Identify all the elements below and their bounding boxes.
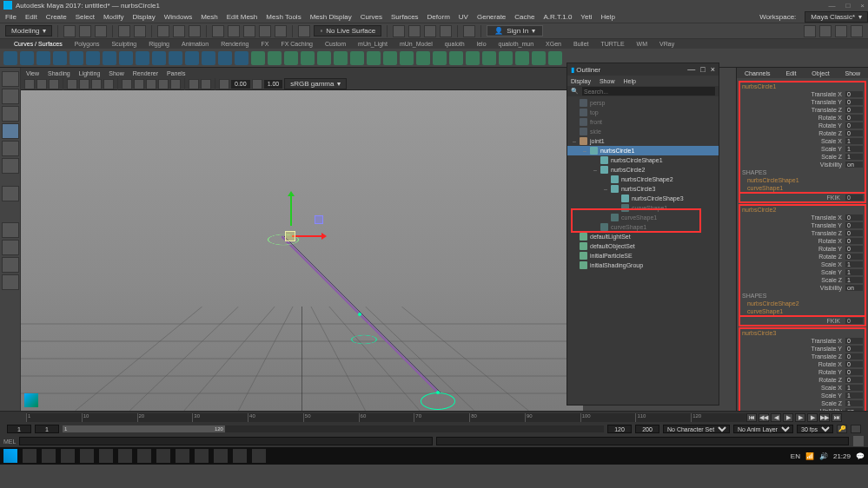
vp-menu-item[interactable]: Renderer	[133, 70, 158, 76]
channel-row[interactable]: Visibilityon	[740, 284, 865, 292]
save-scene-icon[interactable]	[95, 25, 107, 37]
shelf-tab[interactable]: WM	[637, 41, 647, 47]
shelf-button-icon[interactable]	[185, 51, 199, 65]
toggle-attr-icon[interactable]	[804, 25, 816, 37]
outliner-menu-item[interactable]: Help	[623, 78, 635, 84]
channel-row[interactable]: Visibilityon	[740, 407, 865, 411]
shelf-button-icon[interactable]	[499, 51, 513, 65]
paint-select-icon[interactable]	[189, 25, 201, 37]
cb-tab[interactable]: Channels	[745, 70, 771, 76]
vp-isolate-icon[interactable]	[189, 79, 199, 89]
tray-lang[interactable]: EN	[791, 452, 800, 460]
channel-row[interactable]: Rotate X0	[740, 360, 865, 368]
construction-history-icon[interactable]	[393, 25, 405, 37]
character-set-dropdown[interactable]: No Character Set	[663, 425, 730, 433]
rotate-tool-icon[interactable]	[2, 141, 19, 156]
scale-tool-icon[interactable]	[2, 158, 19, 174]
outliner-item[interactable]: persp	[567, 98, 719, 108]
shape-name[interactable]: nurbsCircleShape2	[740, 300, 865, 307]
outliner-min-icon[interactable]: —	[687, 65, 695, 74]
outliner-item[interactable]: defaultObjectSet	[567, 241, 719, 251]
vp-shaded-icon[interactable]	[134, 79, 144, 89]
close-button[interactable]: ×	[860, 2, 865, 10]
tray-clock[interactable]: 21:29	[833, 452, 851, 460]
layout3-icon[interactable]	[2, 257, 19, 273]
fps-dropdown[interactable]: 30 fps	[797, 425, 833, 433]
vp-bookmark-icon[interactable]	[36, 79, 47, 89]
channel-row[interactable]: Rotate X0	[740, 237, 865, 245]
vp-film-gate-icon[interactable]	[79, 79, 89, 89]
select-tool-icon[interactable]	[2, 71, 19, 87]
channel-row[interactable]: Rotate Z0	[740, 129, 865, 137]
vp-gamma-icon[interactable]	[252, 79, 262, 89]
shelf-tab[interactable]: lelo	[477, 41, 487, 47]
menu-item[interactable]: Display	[133, 13, 156, 21]
outliner-item[interactable]: initialShadingGroup	[567, 260, 719, 270]
workspace-dropdown[interactable]: Maya Classic*▾	[805, 11, 868, 23]
toggle-modeling-icon[interactable]	[851, 25, 863, 37]
outliner-menu-item[interactable]: Display	[571, 78, 591, 84]
shelf-button-icon[interactable]	[350, 51, 364, 65]
channel-row[interactable]: Translate X0	[740, 337, 865, 345]
shelf-button-icon[interactable]	[152, 51, 166, 65]
outliner-item[interactable]: curveShape1	[567, 222, 719, 232]
channel-row[interactable]: Scale Y1	[740, 145, 865, 153]
taskbar-app-icon[interactable]	[137, 449, 151, 463]
shelf-button-icon[interactable]	[202, 51, 215, 65]
snap-live-icon[interactable]	[275, 25, 287, 37]
vp-gamma-field[interactable]: 1.00	[264, 80, 283, 89]
shelf-tab[interactable]: FX Caching	[281, 41, 313, 47]
outliner-menu-item[interactable]: Show	[600, 78, 615, 84]
tray-notifications-icon[interactable]: 💬	[856, 452, 865, 460]
vp-lights-icon[interactable]	[158, 79, 169, 89]
shelf-button-icon[interactable]	[235, 51, 248, 65]
snap-grid-icon[interactable]	[212, 25, 224, 37]
shelf-tab[interactable]: VRay	[659, 41, 674, 47]
time-slider[interactable]: 1102030405060708090100110120 ⏮ ◀◀ ◀ ▶ ▶ …	[0, 412, 868, 424]
shelf-tab[interactable]: Rigging	[149, 41, 169, 47]
snap-plane-icon[interactable]	[259, 25, 271, 37]
outliner-item[interactable]: curveShape1	[567, 203, 719, 213]
outliner-item[interactable]: curveShape1	[567, 213, 719, 222]
taskbar-app-icon[interactable]	[176, 449, 189, 463]
range-start-field[interactable]	[35, 425, 59, 433]
channel-row[interactable]: Translate X0	[740, 214, 865, 221]
shelf-tab[interactable]: Rendering	[221, 41, 248, 47]
menu-item[interactable]: Generate	[477, 13, 506, 21]
cb-tab[interactable]: Edit	[785, 70, 796, 76]
vp-menu-item[interactable]: Lighting	[79, 70, 101, 76]
menu-item[interactable]: Cache	[514, 13, 534, 21]
lasso-icon[interactable]	[173, 25, 185, 37]
shelf-button-icon[interactable]	[53, 51, 67, 65]
shelf-button-icon[interactable]	[301, 51, 315, 65]
shelf-tab[interactable]: qualoth_mun	[499, 41, 533, 47]
render-settings-icon[interactable]	[440, 25, 452, 37]
shelf-button-icon[interactable]	[515, 51, 529, 65]
range-end-field[interactable]	[607, 425, 632, 433]
node-name[interactable]: nurbsCircle2	[740, 206, 865, 214]
new-scene-icon[interactable]	[63, 25, 76, 37]
anim-end-field[interactable]	[635, 425, 659, 433]
magnet-icon[interactable]	[298, 25, 310, 37]
outliner-tree[interactable]: persptopfrontside–joint1–nurbsCircle1nur…	[567, 96, 719, 405]
menu-item[interactable]: Yeti	[580, 13, 592, 21]
shelf-tab[interactable]: FX	[261, 41, 268, 47]
taskbar-app-icon[interactable]	[99, 449, 113, 463]
outliner-item[interactable]: defaultLightSet	[567, 232, 719, 241]
taskbar-app-icon[interactable]	[80, 449, 94, 463]
outliner-item[interactable]: initialParticleSE	[567, 251, 719, 260]
vp-menu-item[interactable]: Panels	[167, 70, 185, 76]
outliner-item[interactable]: top	[567, 108, 719, 117]
cb-tab[interactable]: Object	[812, 70, 829, 76]
channel-row[interactable]: Translate Y0	[740, 98, 865, 106]
channel-row[interactable]: Translate Z0	[740, 106, 865, 114]
vp-xray-icon[interactable]	[201, 79, 211, 89]
layout4-icon[interactable]	[2, 274, 19, 290]
shelf-button-icon[interactable]	[251, 51, 265, 65]
vp-res-gate-icon[interactable]	[91, 79, 102, 89]
channel-row[interactable]: Rotate Z0	[740, 376, 865, 384]
shelf-tab[interactable]: qualoth	[445, 41, 465, 47]
shelf-button-icon[interactable]	[169, 51, 182, 65]
menu-item[interactable]: Select	[76, 13, 95, 21]
taskbar-app-icon[interactable]	[214, 449, 228, 463]
